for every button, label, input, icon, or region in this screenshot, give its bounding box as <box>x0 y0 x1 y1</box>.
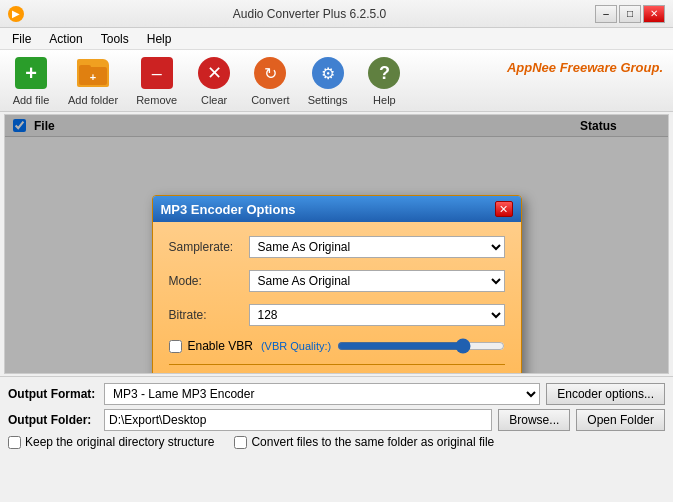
output-folder-input[interactable] <box>104 409 492 431</box>
bottom-check-row: Keep the original directory structure Co… <box>8 435 665 449</box>
menu-action[interactable]: Action <box>41 30 90 48</box>
samplerate-row: Samplerate: Same As Original <box>169 236 505 258</box>
add-file-label: Add file <box>13 94 50 106</box>
window-controls: – □ ✕ <box>595 5 665 23</box>
modal-checkboxes: Private Original CRC <box>169 373 505 374</box>
settings-icon-wrap: ⚙ <box>310 55 346 91</box>
modal-overlay: MP3 Encoder Options ✕ Samplerate: Same A… <box>5 115 668 373</box>
app-icon: ▶ <box>8 6 24 22</box>
vbr-slider-area <box>337 338 504 354</box>
private-checkbox[interactable] <box>169 374 182 375</box>
convert-label: Convert <box>251 94 290 106</box>
modal-title: MP3 Encoder Options <box>161 202 296 217</box>
mode-select[interactable]: Same As Original <box>249 270 505 292</box>
output-folder-label: Output Folder: <box>8 413 98 427</box>
window-title: Audio Converter Plus 6.2.5.0 <box>24 7 595 21</box>
remove-icon: – <box>141 57 173 89</box>
output-format-label: Output Format: <box>8 387 98 401</box>
remove-button[interactable]: – Remove <box>130 51 183 110</box>
svg-text:+: + <box>90 71 96 83</box>
modal-body: Samplerate: Same As Original Mode: Same … <box>153 222 521 374</box>
crc-item: CRC <box>249 373 319 374</box>
modal-title-bar: MP3 Encoder Options ✕ <box>153 196 521 222</box>
keep-dir-checkbox[interactable] <box>8 436 21 449</box>
maximize-button[interactable]: □ <box>619 5 641 23</box>
menu-tools[interactable]: Tools <box>93 30 137 48</box>
convert-button[interactable]: ↻ Convert <box>245 51 296 110</box>
clear-icon: ✕ <box>198 57 230 89</box>
convert-icon: ↻ <box>254 57 286 89</box>
app-window: ▶ Audio Converter Plus 6.2.5.0 – □ ✕ Fil… <box>0 0 673 502</box>
clear-label: Clear <box>201 94 227 106</box>
encoder-options-button[interactable]: Encoder options... <box>546 383 665 405</box>
samplerate-label: Samplerate: <box>169 240 249 254</box>
toolbar: + Add file + Add folder – Remove <box>0 50 673 112</box>
help-icon-wrap: ? <box>366 55 402 91</box>
same-folder-label: Convert files to the same folder as orig… <box>234 435 494 449</box>
bitrate-select[interactable]: 128 <box>249 304 505 326</box>
close-button[interactable]: ✕ <box>643 5 665 23</box>
vbr-row: Enable VBR (VBR Quality:) <box>169 338 505 354</box>
add-file-button[interactable]: + Add file <box>6 51 56 110</box>
private-label: Private <box>188 373 225 374</box>
vbr-slider[interactable] <box>337 338 504 354</box>
modal-close-button[interactable]: ✕ <box>495 201 513 217</box>
samplerate-select[interactable]: Same As Original <box>249 236 505 258</box>
convert-icon-wrap: ↻ <box>252 55 288 91</box>
title-bar: ▶ Audio Converter Plus 6.2.5.0 – □ ✕ <box>0 0 673 28</box>
appnee-brand: AppNee Freeware Group. <box>507 60 663 75</box>
settings-icon: ⚙ <box>312 57 344 89</box>
menu-help[interactable]: Help <box>139 30 180 48</box>
modal-divider <box>169 364 505 365</box>
add-file-icon: + <box>15 57 47 89</box>
minimize-button[interactable]: – <box>595 5 617 23</box>
remove-label: Remove <box>136 94 177 106</box>
keep-dir-label: Keep the original directory structure <box>8 435 214 449</box>
vbr-label: Enable VBR <box>188 339 253 353</box>
add-folder-icon: + <box>77 59 109 87</box>
output-format-row: Output Format: MP3 - Lame MP3 Encoder En… <box>8 383 665 405</box>
private-item: Private <box>169 373 229 374</box>
keep-dir-text: Keep the original directory structure <box>25 435 214 449</box>
settings-label: Settings <box>308 94 348 106</box>
mode-label: Mode: <box>169 274 249 288</box>
mp3-encoder-modal: MP3 Encoder Options ✕ Samplerate: Same A… <box>152 195 522 374</box>
vbr-checkbox[interactable] <box>169 340 182 353</box>
open-folder-button[interactable]: Open Folder <box>576 409 665 431</box>
same-folder-checkbox[interactable] <box>234 436 247 449</box>
vbr-quality-label: (VBR Quality:) <box>261 340 331 352</box>
remove-icon-wrap: – <box>139 55 175 91</box>
checkbox-col1: Private Original <box>169 373 229 374</box>
mode-row: Mode: Same As Original <box>169 270 505 292</box>
add-folder-icon-wrap: + <box>75 55 111 91</box>
add-folder-label: Add folder <box>68 94 118 106</box>
file-list-area: File Status MP3 Encoder Options ✕ Sample… <box>4 114 669 374</box>
output-folder-row: Output Folder: Browse... Open Folder <box>8 409 665 431</box>
add-folder-button[interactable]: + Add folder <box>62 51 124 110</box>
checkbox-col2: CRC Copyright <box>249 373 319 374</box>
help-icon: ? <box>368 57 400 89</box>
same-folder-text: Convert files to the same folder as orig… <box>251 435 494 449</box>
bottom-area: Output Format: MP3 - Lame MP3 Encoder En… <box>0 376 673 455</box>
help-button[interactable]: ? Help <box>359 51 409 110</box>
bitrate-row: Bitrate: 128 <box>169 304 505 326</box>
settings-button[interactable]: ⚙ Settings <box>302 51 354 110</box>
browse-button[interactable]: Browse... <box>498 409 570 431</box>
add-file-icon-wrap: + <box>13 55 49 91</box>
clear-icon-wrap: ✕ <box>196 55 232 91</box>
crc-label: CRC <box>268 373 294 374</box>
help-label: Help <box>373 94 396 106</box>
crc-checkbox[interactable] <box>249 374 262 375</box>
menu-file[interactable]: File <box>4 30 39 48</box>
bitrate-label: Bitrate: <box>169 308 249 322</box>
menu-bar: File Action Tools Help <box>0 28 673 50</box>
output-format-select[interactable]: MP3 - Lame MP3 Encoder <box>104 383 540 405</box>
clear-button[interactable]: ✕ Clear <box>189 51 239 110</box>
